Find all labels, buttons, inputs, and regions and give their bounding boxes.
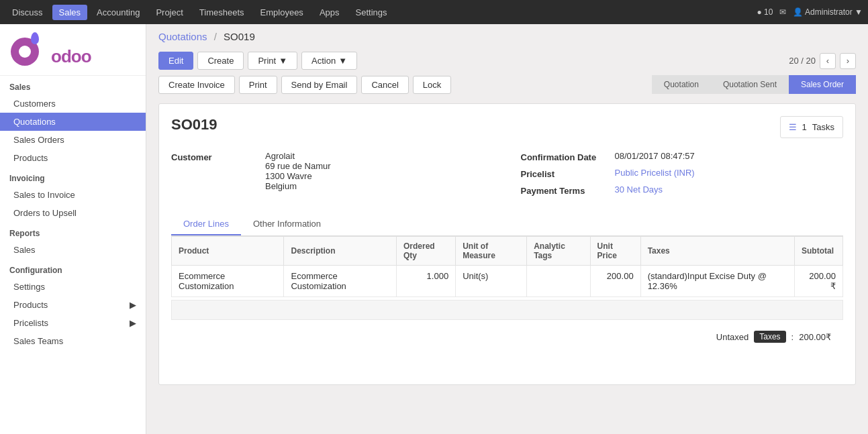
sidebar-item-settings[interactable]: Settings	[0, 278, 146, 296]
nav-timesheets[interactable]: Timesheets	[193, 5, 251, 20]
pricelist-value[interactable]: Public Pricelist (INR)	[615, 168, 695, 178]
customer-address1: 69 rue de Namur	[265, 161, 331, 171]
create-invoice-button[interactable]: Create Invoice	[158, 76, 235, 94]
nav-settings[interactable]: Settings	[349, 5, 394, 20]
sidebar-item-orders-to-upsell[interactable]: Orders to Upsell	[0, 204, 146, 222]
top-navigation: Discuss Sales Accounting Project Timeshe…	[0, 0, 868, 24]
cell-product: Ecommerce Customization	[172, 266, 284, 297]
lock-button[interactable]: Lock	[413, 76, 451, 94]
send-by-email-button[interactable]: Send by Email	[281, 76, 358, 94]
status-sales-order[interactable]: Sales Order	[789, 75, 856, 94]
cell-ordered-qty: 1.000	[396, 266, 455, 297]
payment-terms-value[interactable]: 30 Net Days	[615, 184, 663, 195]
main-content: Quotations / SO019 Edit Create Print ▼ A…	[146, 24, 868, 434]
col-taxes: Taxes	[640, 237, 794, 266]
sidebar-item-sales-report[interactable]: Sales	[0, 241, 146, 259]
sidebar-section-configuration: Configuration Settings Products▶ Priceli…	[0, 259, 146, 350]
section-label-configuration: Configuration	[0, 259, 146, 278]
arrow-icon: ▶	[130, 318, 136, 328]
table-body: Ecommerce Customization Ecommerce Custom…	[172, 266, 843, 297]
section-label-reports: Reports	[0, 222, 146, 241]
top-right-section: ● 10 ✉ 👤 Administrator ▼	[757, 7, 863, 17]
status-quotation[interactable]: Quotation	[652, 75, 711, 94]
customer-row: Customer Agrolait 69 rue de Namur 1300 W…	[171, 151, 494, 191]
cell-description: Ecommerce Customization	[284, 266, 396, 297]
cell-unit-of-measure: Unit(s)	[456, 266, 527, 297]
col-unit-of-measure: Unit of Measure	[456, 237, 527, 266]
col-description: Description	[284, 237, 396, 266]
pagination: 20 / 20 ‹ ›	[789, 53, 856, 69]
form-title: SO019	[171, 116, 218, 133]
customer-value: Agrolait 69 rue de Namur 1300 Wavre Belg…	[265, 151, 331, 191]
nav-menu: Discuss Sales Accounting Project Timeshe…	[5, 5, 757, 20]
confirmation-date-label: Confirmation Date	[521, 151, 615, 162]
col-analytic-tags: Analytic Tags	[527, 237, 590, 266]
task-widget[interactable]: ☰ 1 Tasks	[780, 116, 843, 138]
tab-order-lines[interactable]: Order Lines	[171, 213, 241, 235]
col-subtotal: Subtotal	[794, 237, 842, 266]
edit-button[interactable]: Edit	[158, 52, 193, 70]
sidebar-item-sales-teams[interactable]: Sales Teams	[0, 332, 146, 350]
section-label-invoicing: Invoicing	[0, 167, 146, 186]
notification-icon[interactable]: ● 10	[757, 7, 773, 17]
logo: odoo	[0, 24, 146, 76]
action-button[interactable]: Action ▼	[301, 52, 357, 70]
nav-project[interactable]: Project	[149, 5, 189, 20]
cell-unit-price: 200.00	[590, 266, 640, 297]
colon: :	[791, 332, 794, 342]
odoo-logo: odoo	[11, 32, 91, 67]
breadcrumb: Quotations / SO019	[146, 24, 868, 49]
payment-terms-label: Payment Terms	[521, 184, 615, 196]
tabs-row: Order Lines Other Information	[171, 213, 843, 236]
chat-icon[interactable]: ✉	[779, 7, 786, 17]
app-body: odoo Sales Customers Quotations Sales Or…	[0, 24, 868, 434]
task-label: Tasks	[812, 122, 834, 132]
breadcrumb-parent[interactable]: Quotations	[158, 31, 207, 42]
sidebar-item-customers[interactable]: Customers	[0, 95, 146, 113]
confirmation-date-row: Confirmation Date 08/01/2017 08:47:57	[521, 151, 844, 162]
cancel-button[interactable]: Cancel	[361, 76, 408, 94]
user-menu[interactable]: 👤 Administrator ▼	[793, 7, 863, 17]
create-button[interactable]: Create	[197, 52, 244, 70]
nav-apps[interactable]: Apps	[313, 5, 346, 20]
form-fields: Customer Agrolait 69 rue de Namur 1300 W…	[171, 144, 843, 201]
nav-employees[interactable]: Employees	[254, 5, 310, 20]
customer-name[interactable]: Agrolait	[265, 151, 331, 161]
cell-analytic-tags	[527, 266, 590, 297]
sidebar-section-invoicing: Invoicing Sales to Invoice Orders to Ups…	[0, 167, 146, 222]
sidebar-item-sales-orders[interactable]: Sales Orders	[0, 131, 146, 149]
sidebar-item-products-config[interactable]: Products▶	[0, 296, 146, 314]
total-row: Untaxed Taxes : 200.00₹	[171, 325, 843, 348]
cell-taxes: (standard)Input Excise Duty @ 12.36%	[640, 266, 794, 297]
sidebar-item-quotations[interactable]: Quotations	[0, 113, 146, 131]
table-row: Ecommerce Customization Ecommerce Custom…	[172, 266, 843, 297]
next-page-button[interactable]: ›	[840, 53, 856, 69]
arrow-icon: ▶	[130, 300, 136, 310]
sidebar-item-sales-to-invoice[interactable]: Sales to Invoice	[0, 186, 146, 204]
form-area: SO019 ☰ 1 Tasks Customer Agrolait 69 rue…	[158, 103, 856, 385]
taxes-badge: Taxes	[754, 331, 785, 343]
tab-other-information[interactable]: Other Information	[241, 213, 333, 235]
sidebar-item-pricelists[interactable]: Pricelists▶	[0, 314, 146, 332]
table-header: Product Description Ordered Qty Unit of …	[172, 237, 843, 266]
untaxed-label: Untaxed	[716, 332, 749, 342]
print-button[interactable]: Print ▼	[248, 52, 297, 70]
print-dropdown-icon: ▼	[279, 56, 287, 66]
prev-page-button[interactable]: ‹	[820, 53, 836, 69]
action-status-row: Create Invoice Print Send by Email Cance…	[146, 75, 868, 98]
sidebar-section-reports: Reports Sales	[0, 222, 146, 259]
status-quotation-sent[interactable]: Quotation Sent	[711, 75, 789, 94]
nav-sales[interactable]: Sales	[52, 5, 88, 20]
print-action-button[interactable]: Print	[239, 76, 277, 94]
customer-label: Customer	[171, 151, 265, 162]
toolbar: Edit Create Print ▼ Action ▼ 20 / 20 ‹ ›	[146, 49, 868, 75]
task-icon: ☰	[789, 122, 797, 132]
sidebar-item-products[interactable]: Products	[0, 149, 146, 167]
status-steps: Quotation Quotation Sent Sales Order	[652, 75, 856, 94]
pricelist-label: Pricelist	[521, 168, 615, 179]
form-col-right: Confirmation Date 08/01/2017 08:47:57 Pr…	[521, 151, 844, 201]
pricelist-row: Pricelist Public Pricelist (INR)	[521, 168, 844, 179]
nav-accounting[interactable]: Accounting	[90, 5, 146, 20]
untaxed-value: 200.00₹	[799, 332, 831, 342]
nav-discuss[interactable]: Discuss	[5, 5, 50, 20]
